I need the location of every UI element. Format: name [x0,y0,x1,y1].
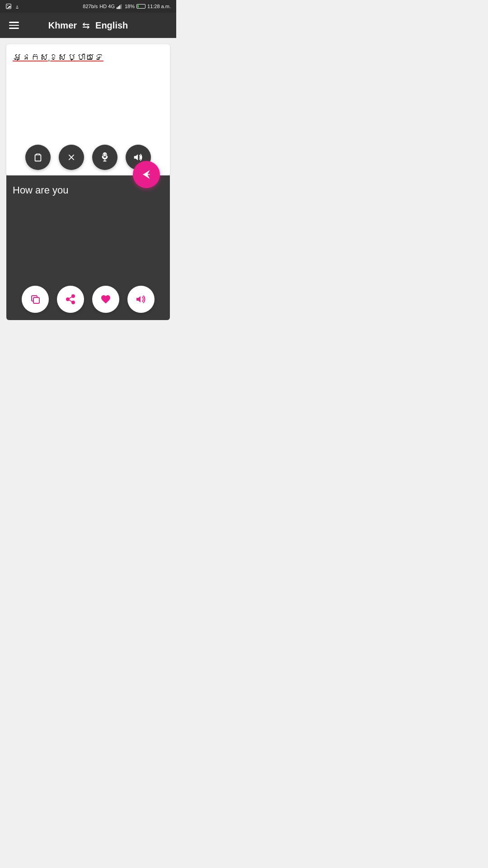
favorite-button[interactable] [92,286,119,313]
send-icon [141,169,152,180]
status-icons [5,3,20,9]
speaker-output-icon [136,294,146,305]
swap-languages-icon[interactable]: ⇆ [82,20,90,31]
copy-button[interactable] [22,286,49,313]
heart-icon [100,294,111,305]
source-language[interactable]: Khmer [48,20,77,31]
clear-button[interactable] [59,145,84,170]
input-wrapper: អ្នកសុខសប្បាយទេ [0,38,176,175]
input-panel[interactable]: អ្នកសុខសប្បាយទេ [6,44,170,175]
source-text[interactable]: អ្នកសុខសប្បាយទេ [13,51,164,63]
svg-line-11 [69,300,72,302]
status-bar: 827b/s HD 4G 18% 11:28 a.m. [0,0,176,13]
image-icon [5,3,12,9]
network-type: HD 4G [99,4,115,9]
language-selector: Khmer ⇆ English [48,20,128,31]
signal-icon [117,4,123,9]
svg-point-1 [7,5,8,6]
target-language[interactable]: English [95,20,128,31]
clipboard-button[interactable] [25,145,51,170]
svg-rect-7 [33,297,39,303]
clipboard-icon [33,152,43,162]
app-header: Khmer ⇆ English [0,13,176,38]
network-speed: 827b/s [83,4,98,9]
menu-button[interactable] [7,20,21,31]
share-icon [65,294,76,305]
svg-rect-2 [117,7,117,9]
status-info: 827b/s HD 4G 18% 11:28 a.m. [83,4,171,9]
output-action-row [6,286,170,313]
svg-rect-5 [121,4,122,9]
battery-icon [136,4,145,9]
microphone-button[interactable] [92,145,117,170]
battery-percent: 18% [125,4,135,9]
clock: 11:28 a.m. [147,4,171,9]
output-panel: How are you [6,175,170,320]
speaker-input-icon [133,152,143,162]
svg-rect-6 [104,153,106,156]
svg-line-12 [69,297,72,299]
svg-rect-4 [119,5,120,9]
usb-icon [14,3,20,9]
microphone-icon [100,152,110,162]
svg-rect-3 [118,6,119,9]
copy-icon [30,294,41,305]
speaker-output-button[interactable] [127,286,155,313]
send-button[interactable] [133,161,160,188]
share-button[interactable] [57,286,84,313]
clear-icon [66,152,76,162]
